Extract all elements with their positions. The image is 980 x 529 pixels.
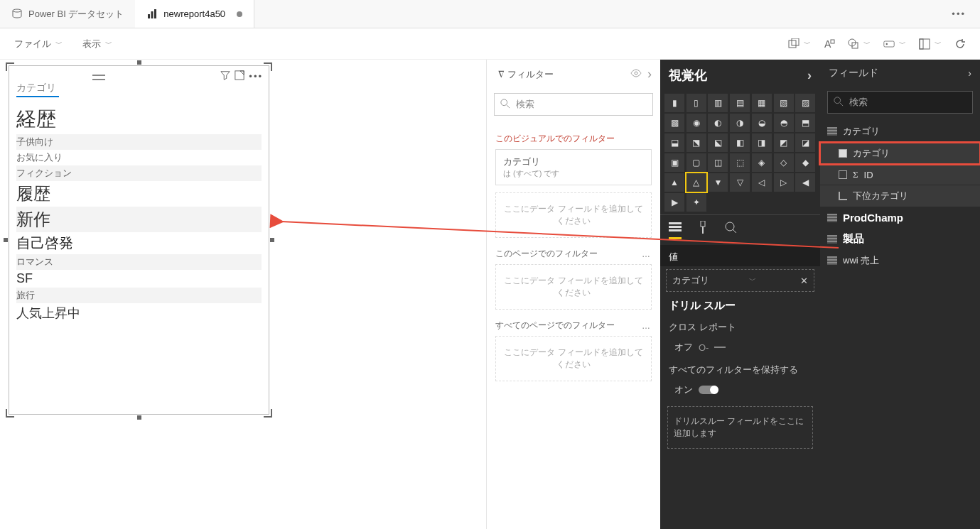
checkbox-checked-icon[interactable] (839, 149, 847, 158)
more-options-icon[interactable]: ••• (249, 71, 263, 82)
table-category[interactable]: カテゴリ (820, 121, 980, 142)
category-item[interactable]: SF (16, 270, 262, 288)
report-canvas[interactable]: ••• カテゴリ 経歴子供向けお気に入りフィクション履歴新作自己啓発ロマンスSF… (0, 60, 486, 529)
chevron-down-icon[interactable]: ﹀ (749, 276, 756, 285)
viz-type-35[interactable]: ▶ (664, 193, 684, 212)
viz-type-34[interactable]: ◀ (795, 173, 815, 192)
menu-view[interactable]: 表示﹀ (80, 35, 115, 53)
table-product[interactable]: 製品 (820, 228, 980, 250)
filters-visual-dropzone[interactable]: ここにデータ フィールドを追加してください (495, 192, 652, 238)
analytics-tab-icon[interactable] (724, 221, 737, 239)
viz-type-32[interactable]: ◁ (752, 173, 772, 192)
category-item[interactable]: 子供向け (16, 134, 262, 150)
eye-icon[interactable] (630, 69, 642, 80)
chevron-right-icon[interactable]: › (807, 68, 812, 83)
viz-type-19[interactable]: ◩ (774, 133, 794, 152)
viz-type-33[interactable]: ▷ (774, 173, 794, 192)
resize-handle-top[interactable] (137, 60, 141, 65)
viz-type-28[interactable]: ▲ (664, 173, 684, 192)
viz-type-27[interactable]: ◆ (795, 153, 815, 172)
filters-search[interactable]: 検索 (494, 93, 653, 116)
viz-type-15[interactable]: ⬔ (686, 133, 706, 152)
viz-type-4[interactable]: ▦ (752, 94, 772, 112)
viz-type-20[interactable]: ◪ (795, 133, 815, 152)
viz-type-7[interactable]: ▩ (664, 114, 684, 132)
category-item[interactable]: お気に入り (16, 150, 262, 165)
field-subcategory-column[interactable]: 下位カテゴリ (820, 185, 980, 207)
filters-all-dropzone[interactable]: ここにデータ フィールドを追加してください (495, 336, 652, 381)
tab-dataset[interactable]: Power BI データセット (0, 0, 135, 28)
viz-type-8[interactable]: ◉ (686, 114, 706, 132)
viz-type-26[interactable]: ◇ (774, 153, 794, 172)
cmd-shapes[interactable]: ﹀ (845, 36, 873, 53)
field-id-column[interactable]: Σ ID (820, 165, 980, 185)
cmd-buttons[interactable]: ﹀ (881, 36, 909, 53)
category-item[interactable]: 旅行 (16, 288, 262, 303)
checkbox-icon[interactable] (839, 170, 847, 179)
viz-type-25[interactable]: ◈ (752, 153, 772, 172)
table-icon (827, 127, 837, 136)
cmd-explore[interactable]: ﹀ (785, 36, 814, 53)
viz-type-22[interactable]: ▢ (686, 153, 706, 172)
more-icon[interactable]: … (642, 321, 652, 331)
viz-type-13[interactable]: ⬒ (795, 114, 815, 132)
focus-mode-icon[interactable] (235, 70, 244, 82)
menu-file[interactable]: ファイル﹀ (11, 35, 65, 53)
drag-grip-icon[interactable] (92, 72, 105, 82)
viz-type-12[interactable]: ◓ (774, 114, 794, 132)
viz-type-31[interactable]: ▽ (730, 173, 750, 192)
cmd-refresh[interactable] (952, 36, 969, 53)
category-item[interactable]: フィクション (16, 165, 262, 181)
cmd-text[interactable]: A (821, 36, 838, 53)
category-item[interactable]: 履歴 (16, 181, 262, 207)
category-item[interactable]: ロマンス (16, 254, 262, 270)
tabs-more-button[interactable]: ••• (937, 9, 980, 19)
chevron-right-icon[interactable]: › (647, 67, 652, 82)
filter-icon[interactable] (220, 70, 230, 82)
word-cloud-visual[interactable]: ••• カテゴリ 経歴子供向けお気に入りフィクション履歴新作自己啓発ロマンスSF… (6, 62, 272, 418)
viz-type-2[interactable]: ▥ (708, 94, 728, 112)
svg-rect-12 (920, 39, 930, 49)
viz-type-18[interactable]: ◨ (752, 133, 772, 152)
viz-type-10[interactable]: ◑ (730, 114, 750, 132)
fields-search[interactable]: 検索 (827, 91, 973, 114)
viz-type-17[interactable]: ◧ (730, 133, 750, 152)
keep-filters-toggle[interactable] (699, 386, 718, 394)
fields-tab-icon[interactable] (669, 221, 682, 239)
filter-card-category[interactable]: カテゴリ は (すべて) です (495, 149, 652, 185)
viz-type-6[interactable]: ▨ (795, 94, 815, 112)
viz-type-3[interactable]: ▤ (730, 94, 750, 112)
cmd-layout[interactable]: ﹀ (916, 36, 944, 53)
viz-type-23[interactable]: ◫ (708, 153, 728, 172)
category-item[interactable]: 自己啓発 (16, 232, 262, 254)
resize-handle-bottom[interactable] (137, 415, 141, 420)
drillthrough-dropzone[interactable]: ドリルスルー フィールドをここに追加します (667, 406, 813, 449)
resize-handle-right[interactable] (270, 238, 274, 242)
more-icon[interactable]: … (642, 249, 652, 259)
viz-type-30[interactable]: ▼ (708, 173, 728, 192)
viz-type-9[interactable]: ◐ (708, 114, 728, 132)
table-prodchamp[interactable]: ProdChamp (820, 207, 980, 228)
viz-type-29[interactable]: △ (686, 173, 706, 192)
category-item[interactable]: 新作 (16, 207, 262, 232)
category-item[interactable]: 経歴 (16, 104, 262, 134)
remove-field-icon[interactable]: ✕ (800, 276, 808, 286)
format-tab-icon[interactable] (697, 221, 709, 239)
table-wwi-sales[interactable]: wwi 売上 (820, 250, 980, 271)
field-category-column[interactable]: カテゴリ (820, 143, 980, 164)
viz-type-0[interactable]: ▮ (664, 94, 684, 112)
filters-page-dropzone[interactable]: ここにデータ フィールドを追加してください (495, 264, 652, 310)
viz-type-1[interactable]: ▯ (686, 94, 706, 112)
viz-type-5[interactable]: ▧ (774, 94, 794, 112)
viz-type-14[interactable]: ⬓ (664, 133, 684, 152)
tab-report[interactable]: newreport4a50 (135, 0, 254, 28)
value-field-chip[interactable]: カテゴリ ﹀ ✕ (666, 269, 814, 292)
viz-type-36[interactable]: ✦ (686, 193, 706, 212)
viz-type-21[interactable]: ▣ (664, 153, 684, 172)
viz-type-16[interactable]: ⬕ (708, 133, 728, 152)
viz-type-24[interactable]: ⬚ (730, 153, 750, 172)
chevron-right-icon[interactable]: › (968, 67, 971, 79)
category-item[interactable]: 人気上昇中 (16, 303, 262, 323)
viz-type-11[interactable]: ◒ (752, 114, 772, 132)
resize-handle-left[interactable] (4, 238, 8, 242)
